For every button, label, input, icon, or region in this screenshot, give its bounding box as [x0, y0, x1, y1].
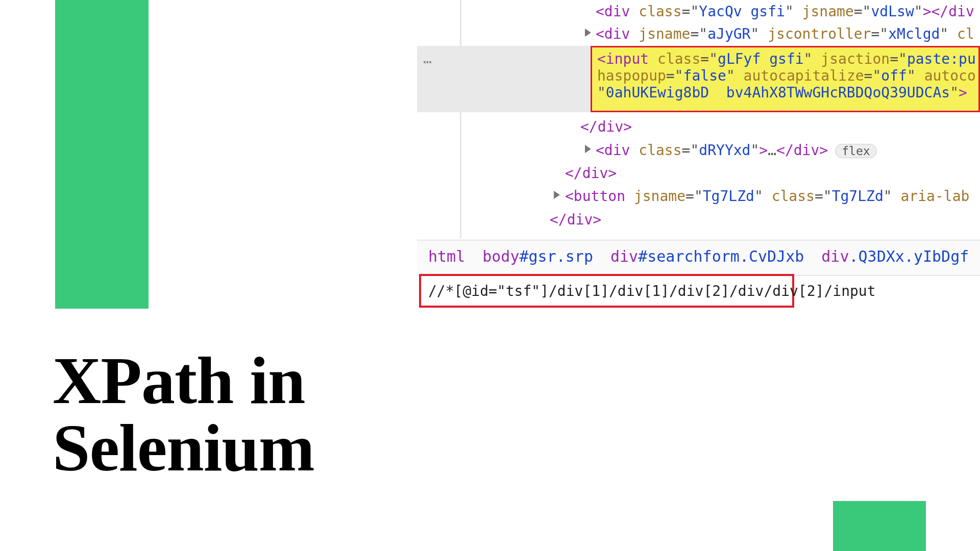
dom-line-expandable[interactable]: <div jsname="aJyGR" jscontroller="xMclgd…	[417, 26, 974, 42]
dom-line-close[interactable]: </div>	[417, 211, 601, 228]
slide-title: XPath inSelenium	[53, 347, 314, 482]
dom-breadcrumb[interactable]: htmlbody#gsr.srpdiv#searchform.CvDJxbdiv…	[417, 240, 980, 276]
expand-triangle-icon[interactable]	[585, 29, 591, 37]
decoration-green-bottom	[833, 501, 926, 551]
breadcrumb-item[interactable]: body#gsr.srp	[482, 247, 593, 265]
breadcrumb-item[interactable]: div#searchform.CvDJxb	[610, 247, 804, 265]
breadcrumb-item[interactable]: div.Q3DXx.yIbDgf	[821, 247, 969, 265]
expand-triangle-icon[interactable]	[585, 145, 591, 153]
flex-badge[interactable]: flex	[835, 144, 876, 158]
dom-line-highlighted-input[interactable]: <input class="gLFyf gsfi" jsaction="past…	[591, 46, 980, 112]
dom-tree: … <div class="YacQv gsfi" jsname="vdLsw"…	[417, 0, 980, 238]
decoration-green-top	[55, 0, 149, 309]
dom-line-close[interactable]: </div>	[417, 165, 617, 182]
gutter-ellipsis: …	[423, 50, 459, 65]
devtools-panel: … <div class="YacQv gsfi" jsname="vdLsw"…	[417, 0, 980, 238]
breadcrumb-item[interactable]: html	[428, 247, 465, 265]
dom-line[interactable]: <div class="YacQv gsfi" jsname="vdLsw"><…	[417, 3, 974, 20]
dom-line-expandable[interactable]: <div class="dRYYxd">…</div>flex	[417, 142, 877, 159]
dom-line-close[interactable]: </div>	[417, 118, 632, 135]
xpath-input[interactable]: //*[@id="tsf"]/div[1]/div[1]/div[2]/div/…	[419, 274, 794, 308]
expand-triangle-icon[interactable]	[554, 191, 560, 199]
dom-line-expandable[interactable]: <button jsname="Tg7LZd" class="Tg7LZd" a…	[417, 188, 969, 205]
xpath-value: //*[@id="tsf"]/div[1]/div[1]/div[2]/div/…	[428, 283, 876, 299]
